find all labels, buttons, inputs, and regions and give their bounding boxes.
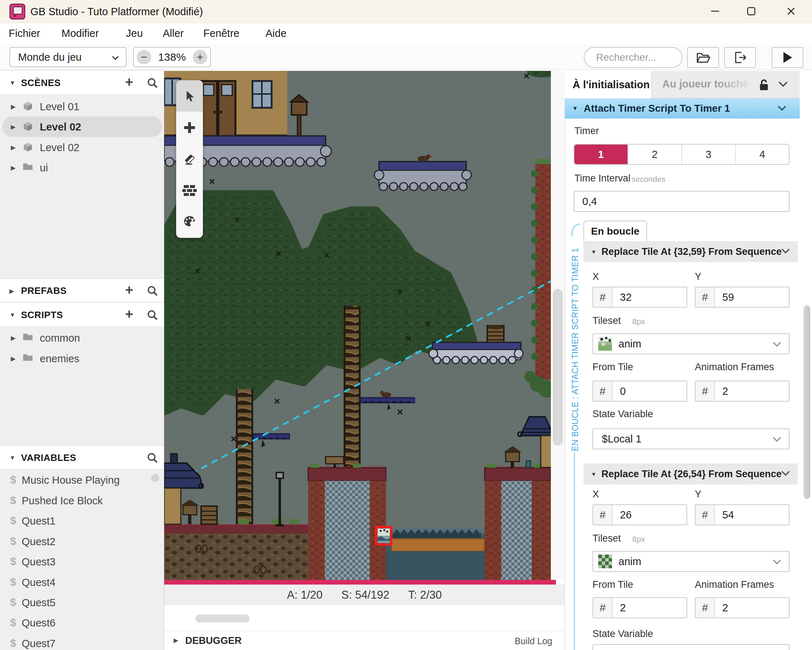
caret-right-icon[interactable]: ▶ — [174, 636, 178, 644]
variable-row[interactable]: $Quest3 — [0, 551, 164, 572]
build-log-link[interactable]: Build Log — [515, 636, 552, 646]
add-script-button[interactable]: + — [125, 307, 133, 322]
sidebar-item-common[interactable]: ▶ common — [0, 327, 164, 348]
close-button[interactable] — [781, 2, 801, 21]
search-icon[interactable] — [147, 309, 159, 321]
sidebar-item-level02b[interactable]: ▶ Level 02 — [0, 137, 164, 158]
chevron-down-icon — [772, 342, 781, 347]
from-tile-field[interactable]: # 2 — [592, 597, 687, 618]
y-field[interactable]: # 54 — [695, 504, 789, 525]
chevron-down-icon[interactable] — [781, 248, 790, 254]
selected-tile-highlight[interactable] — [376, 527, 391, 545]
lock-icon[interactable] — [759, 79, 769, 91]
zoom-out-button[interactable]: − — [137, 50, 151, 64]
add-scene-button[interactable]: + — [125, 75, 133, 90]
sidebar-item-ui[interactable]: ▶ ui — [0, 157, 164, 178]
event-header-attach-timer[interactable]: ▼ Attach Timer Script To Timer 1 — [565, 98, 800, 119]
variable-icon: $ — [10, 494, 16, 507]
panel-scroll-thumb[interactable] — [804, 306, 810, 499]
anim-frames-field[interactable]: # 2 — [695, 597, 789, 618]
caret-right-icon[interactable]: ▶ — [11, 123, 15, 131]
scene-canvas[interactable] — [164, 71, 565, 580]
time-interval-label: Time Interval — [574, 173, 630, 184]
export-button[interactable] — [724, 47, 756, 68]
status-actors: A: 1/20 — [287, 589, 322, 601]
folder-open-icon — [696, 51, 710, 64]
timer-option-3[interactable]: 3 — [681, 145, 735, 164]
zoom-in-button[interactable]: + — [193, 50, 207, 64]
anim-frames-field[interactable]: # 2 — [695, 381, 789, 402]
search-icon[interactable] — [147, 452, 159, 464]
variable-row[interactable]: $Quest7 — [0, 633, 164, 650]
scenes-section-header[interactable]: ▼ SCÈNES + — [0, 71, 164, 95]
state-variable-select[interactable]: $Local 1 — [592, 428, 789, 449]
tileset-thumbnail — [598, 337, 612, 351]
maximize-button[interactable] — [741, 2, 762, 21]
state-variable-label: State Variable — [592, 628, 653, 639]
chevron-down-icon[interactable] — [777, 105, 787, 111]
menu-jeu[interactable]: Jeu — [126, 27, 143, 40]
scripts-section-header[interactable]: ▼ SCRIPTS + — [0, 303, 164, 327]
y-field[interactable]: # 59 — [695, 287, 789, 307]
event-replace-tile-1[interactable]: ▼ Replace Tile At {32,59} From Sequence — [583, 241, 798, 262]
prefabs-section-header[interactable]: ▶ PREFABS + — [0, 279, 164, 302]
timer-option-2[interactable]: 2 — [627, 145, 681, 164]
timer-option-1[interactable]: 1 — [574, 145, 627, 164]
sidebar-item-level02-selected[interactable]: ▶ Level 02 — [0, 116, 164, 137]
tileset-select[interactable]: anim — [592, 333, 789, 354]
view-mode-select[interactable]: Monde du jeu — [9, 47, 127, 67]
menu-fichier[interactable]: Fichier — [9, 27, 40, 40]
variable-row[interactable]: $Quest4 — [0, 572, 164, 592]
x-field[interactable]: # 26 — [592, 504, 687, 525]
run-game-button[interactable] — [771, 47, 803, 68]
chevron-down-icon[interactable] — [778, 81, 788, 87]
tab-on-player-hit[interactable]: Au joueur touché — [651, 71, 800, 98]
search-icon[interactable] — [147, 285, 159, 297]
x-field[interactable]: # 32 — [592, 287, 687, 307]
variable-row[interactable]: $Quest5 — [0, 592, 164, 613]
sidebar-item-enemies[interactable]: ▶ enemies — [0, 348, 164, 369]
caret-right-icon[interactable]: ▶ — [11, 164, 15, 172]
select-tool-button[interactable] — [176, 80, 203, 112]
chevron-down-icon[interactable] — [781, 471, 790, 476]
search-icon[interactable] — [147, 78, 159, 89]
tileset-select[interactable]: anim — [592, 551, 789, 572]
timer-option-4[interactable]: 4 — [735, 145, 789, 164]
variable-row[interactable]: $ Music House Playing — [0, 470, 164, 490]
canvas-vertical-scroll-thumb[interactable] — [553, 289, 562, 445]
search-input[interactable] — [584, 47, 682, 68]
time-interval-input[interactable]: 0,4 — [574, 191, 789, 212]
minimize-button[interactable] — [705, 2, 725, 21]
menu-aide[interactable]: Aide — [266, 27, 287, 40]
caret-right-icon[interactable]: ▶ — [11, 103, 15, 111]
variable-row[interactable]: $Quest6 — [0, 612, 164, 633]
tab-en-boucle[interactable]: En boucle — [583, 221, 647, 242]
tab-on-init[interactable]: À l'initialisation — [565, 71, 651, 98]
from-tile-field[interactable]: # 0 — [592, 381, 687, 402]
export-icon — [733, 51, 747, 64]
variable-row[interactable]: $Quest2 — [0, 531, 164, 552]
menu-aller[interactable]: Aller — [163, 27, 184, 40]
caret-down-icon: ▼ — [9, 79, 15, 87]
event-replace-tile-2[interactable]: ▼ Replace Tile At {26,54} From Sequence — [583, 463, 798, 484]
menu-fenetre[interactable]: Fenêtre — [203, 27, 240, 40]
caret-right-icon[interactable]: ▶ — [11, 144, 15, 151]
open-project-button[interactable] — [687, 47, 719, 68]
collision-tool-button[interactable] — [176, 175, 203, 206]
eraser-tool-button[interactable] — [176, 143, 203, 175]
caret-right-icon[interactable]: ▶ — [11, 355, 15, 362]
add-prefab-button[interactable]: + — [125, 282, 133, 298]
variable-row[interactable]: $Pushed Ice Block — [0, 490, 164, 511]
caret-right-icon[interactable]: ▶ — [11, 334, 15, 342]
canvas-horizontal-scroll-thumb[interactable] — [195, 615, 250, 623]
menu-modifier[interactable]: Modifier — [61, 27, 99, 40]
scene-cube-icon — [23, 101, 33, 112]
debugger-bar[interactable]: ▶ DEBUGGER Build Log — [164, 631, 565, 650]
sidebar-item-level01[interactable]: ▶ Level 01 — [0, 96, 164, 117]
variable-row[interactable]: $Quest1 — [0, 510, 164, 531]
add-tool-button[interactable] — [176, 112, 203, 143]
colorize-tool-button[interactable] — [176, 206, 203, 237]
variables-section-header[interactable]: ▼ VARIABLES — [0, 445, 164, 469]
scripts-title: SCRIPTS — [21, 309, 63, 321]
state-variable-select[interactable] — [592, 644, 789, 650]
